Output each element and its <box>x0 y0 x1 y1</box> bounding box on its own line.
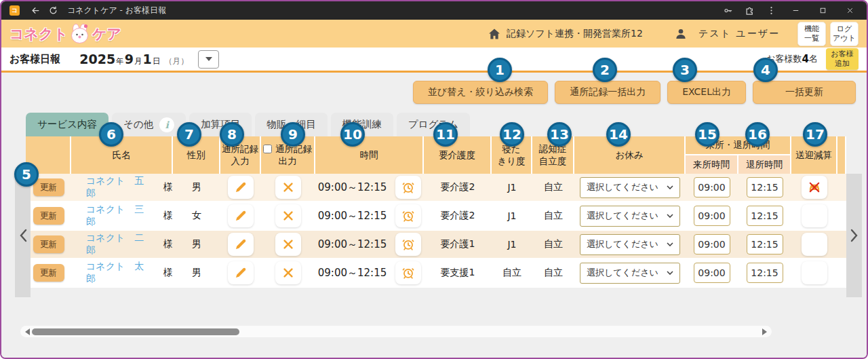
sort-filter-button[interactable]: 並び替え・絞り込み検索 <box>413 81 548 104</box>
absence-select[interactable]: 選択してください <box>580 234 680 255</box>
update-button[interactable]: 更新 <box>33 264 64 282</box>
back-icon[interactable] <box>26 4 44 18</box>
table-row: 更新 コネクト 太郎 様 男 09:00～12:15 <box>26 259 846 288</box>
arrival-time-input[interactable] <box>694 234 730 254</box>
scrollbar-thumb[interactable] <box>32 328 239 335</box>
header-arrival-time: 来所時間 <box>686 155 737 174</box>
absence-select[interactable]: 選択してください <box>580 177 680 198</box>
scrollbar-right-arrow[interactable] <box>762 328 767 335</box>
gender-cell: 男 <box>173 174 220 201</box>
annotation-11: 11 <box>433 122 458 147</box>
update-button[interactable]: 更新 <box>33 178 64 196</box>
time-edit-button[interactable] <box>395 176 421 199</box>
browser-window: コ コネクトケア - お客様日報 <box>0 0 868 359</box>
pickup-reduction-button[interactable] <box>802 233 827 256</box>
time-edit-button[interactable] <box>395 261 421 284</box>
record-output-button[interactable] <box>275 261 301 284</box>
bulk-update-button[interactable]: 一括更新 <box>753 81 856 104</box>
date-bar: お客様日報 2025年 9月 1日 （月） お客様数 4 名 お客様 追加 <box>1 48 867 73</box>
departure-time-input[interactable] <box>747 177 783 197</box>
minimize-button[interactable] <box>784 4 807 18</box>
password-key-icon[interactable] <box>719 4 736 18</box>
chevron-left-icon <box>19 229 27 242</box>
arrival-time-input[interactable] <box>694 206 730 226</box>
annotation-9: 9 <box>281 122 305 147</box>
x-icon <box>281 181 295 194</box>
alarm-clock-icon <box>401 238 415 251</box>
annotation-7: 7 <box>177 122 201 147</box>
annotation-12: 12 <box>500 122 524 147</box>
time-edit-button[interactable] <box>395 204 421 227</box>
customer-name-link[interactable]: コネクト 五郎 <box>86 175 153 200</box>
content-tabs: サービス内容 その他 i 加算項目 物販・細目 機能訓練 プログラム <box>26 113 470 136</box>
chevron-down-icon <box>667 271 673 275</box>
x-icon <box>281 238 295 251</box>
info-icon[interactable]: i <box>159 117 174 132</box>
annotation-14: 14 <box>606 122 631 147</box>
time-edit-button[interactable] <box>395 233 421 256</box>
bedridden-cell: 自立 <box>492 259 532 286</box>
logout-button[interactable]: ログ アウト <box>830 22 859 46</box>
customer-name-link[interactable]: コネクト 三郎 <box>86 204 153 228</box>
record-input-button[interactable] <box>228 176 254 199</box>
record-output-button[interactable] <box>275 204 301 227</box>
x-icon <box>281 266 295 280</box>
functions-list-button[interactable]: 機能 一覧 <box>797 22 826 46</box>
departure-time-input[interactable] <box>747 234 783 254</box>
header-departure-time: 退所時間 <box>737 155 790 174</box>
dementia-cell: 自立 <box>532 231 574 258</box>
chevron-down-icon <box>667 185 673 189</box>
gender-cell: 女 <box>173 202 220 229</box>
pencil-icon <box>234 209 248 223</box>
annotation-10: 10 <box>340 122 365 147</box>
excel-output-button[interactable]: EXCEL出力 <box>667 81 746 104</box>
record-output-button[interactable] <box>275 176 301 199</box>
browser-titlebar: コ コネクトケア - お客様日報 <box>1 1 867 20</box>
update-button[interactable]: 更新 <box>33 235 64 253</box>
dementia-cell: 自立 <box>532 259 574 286</box>
pickup-reduction-button[interactable] <box>802 261 827 284</box>
refresh-icon[interactable] <box>44 4 62 18</box>
departure-time-input[interactable] <box>747 206 783 226</box>
annotation-13: 13 <box>547 122 572 147</box>
header-time: 時間 <box>315 136 424 174</box>
departure-time-input[interactable] <box>747 263 783 283</box>
tab-service-content[interactable]: サービス内容 <box>26 113 108 136</box>
record-input-button[interactable] <box>228 204 254 227</box>
absence-select[interactable]: 選択してください <box>580 206 680 227</box>
scrollbar-left-arrow[interactable] <box>25 328 30 335</box>
browser-menu-icon[interactable] <box>762 4 780 18</box>
home-icon <box>488 27 501 41</box>
absence-select[interactable]: 選択してください <box>580 263 680 284</box>
honorific: 様 <box>163 210 173 222</box>
table-row: 更新 コネクト 五郎 様 男 09:00～12:15 <box>26 174 846 202</box>
date-picker-dropdown[interactable] <box>198 50 219 69</box>
pickup-reduction-button[interactable] <box>802 204 827 227</box>
record-input-button[interactable] <box>228 261 254 284</box>
alarm-clock-icon <box>401 181 415 194</box>
arrival-time-input[interactable] <box>694 177 730 197</box>
horizontal-scrollbar[interactable] <box>20 326 772 337</box>
update-button[interactable]: 更新 <box>33 207 64 225</box>
extensions-icon[interactable] <box>741 4 758 18</box>
annotation-17: 17 <box>803 122 827 147</box>
annotation-15: 15 <box>695 122 719 147</box>
app-logo: コネクト ケア <box>9 24 121 44</box>
scroll-right-strip[interactable] <box>846 174 862 297</box>
maximize-button[interactable] <box>811 4 834 18</box>
office-name: 記録ソフト連携・開発営業所12 <box>507 28 643 40</box>
add-customer-button[interactable]: お客様 追加 <box>826 48 859 70</box>
customer-name-link[interactable]: コネクト 太郎 <box>86 261 153 285</box>
record-input-button[interactable] <box>228 233 254 256</box>
record-output-button[interactable] <box>275 233 301 256</box>
pencil-icon <box>234 238 248 251</box>
bulk-record-output-button[interactable]: 通所記録一括出力 <box>555 81 660 104</box>
record-output-select-all-checkbox[interactable] <box>263 145 272 153</box>
arrival-time-input[interactable] <box>694 263 730 283</box>
service-time: 09:00～12:15 <box>318 181 387 194</box>
annotation-2: 2 <box>593 58 617 82</box>
scroll-left-strip[interactable] <box>15 174 31 297</box>
pickup-reduction-button[interactable] <box>802 176 827 199</box>
close-button[interactable] <box>838 4 861 18</box>
customer-name-link[interactable]: コネクト 二郎 <box>86 232 153 257</box>
